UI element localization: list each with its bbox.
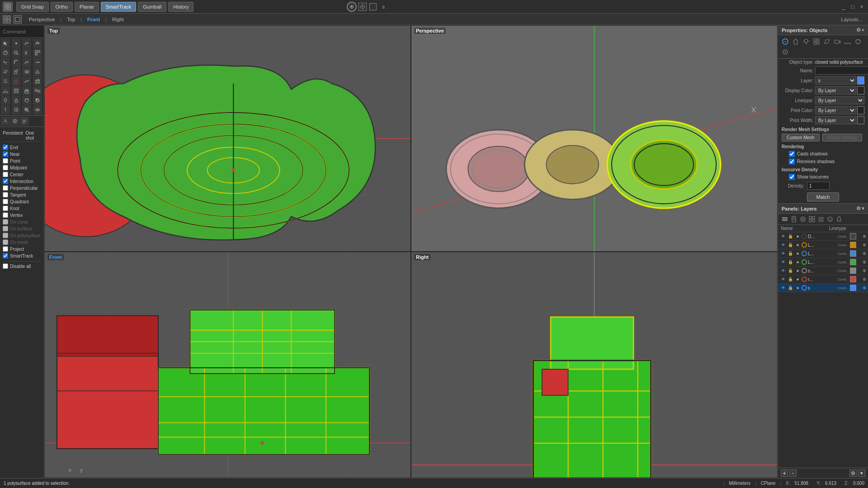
tab-perspective[interactable]: Perspective [24,16,59,23]
layers-doc-icon[interactable] [790,215,798,223]
props-name-input[interactable] [815,66,868,75]
viewport-perspective[interactable]: Perspective X Y o x [411,25,778,252]
extrude-tool[interactable] [12,67,21,76]
custom-mesh-button[interactable]: Custom Mesh [782,134,820,141]
props-center-icon[interactable] [781,47,790,56]
layers-remove-button[interactable]: - [789,469,797,477]
layer-visibility-icon[interactable]: 👁 [780,233,786,239]
lock-tool[interactable] [12,96,21,105]
layer-row[interactable]: 👁 🔓 ★ L... Conti... ⦿ [778,258,868,267]
props-layer-select[interactable]: s [815,76,856,84]
layer-visibility-icon[interactable]: 👁 [780,276,786,282]
light-tool[interactable] [1,96,10,105]
smarttrack-button[interactable]: SmartTrack [101,2,136,12]
layers-list-icon[interactable] [781,215,789,223]
rotate-tool[interactable] [1,48,10,57]
surface-tool[interactable] [1,67,10,76]
array-tool[interactable] [33,48,42,57]
layer-visibility-icon[interactable]: 👁 [780,267,786,274]
viewport-right[interactable]: Right x y [411,252,778,478]
layer-row[interactable]: 👁 🔓 ★ r... Conti... ⦿ [778,275,868,284]
layers-help-icon[interactable]: ? [826,215,834,223]
props-castsshadows-checkbox[interactable] [789,151,795,157]
ortho-button[interactable]: Ortho [51,2,73,12]
layers-add-button[interactable]: + [781,469,788,477]
layer-lock-icon[interactable]: 🔓 [787,267,793,274]
select-tool[interactable] [1,39,10,48]
snap-end-checkbox[interactable] [3,145,8,150]
snap-point-checkbox[interactable] [3,158,8,164]
props-close-icon[interactable]: × [862,27,864,33]
layer-row[interactable]: 👁 🔓 ★ L... Conti... ⦿ [778,249,868,258]
snap-vertex-checkbox[interactable] [3,212,8,218]
tab-top[interactable]: Top [62,16,80,23]
layers-detail-icon[interactable] [817,215,825,223]
tab-right[interactable]: Right [108,16,128,23]
layers-grid-icon[interactable] [808,215,816,223]
fillet-tool[interactable] [12,58,21,67]
grid-snap-button[interactable]: Grid Snap [16,2,49,12]
props-object-icon[interactable] [781,37,790,46]
props-surface-icon[interactable] [822,37,831,46]
layer-row[interactable]: 👁 🔓 ★ D... Conti... ⦿ [778,232,868,241]
extend-tool[interactable] [33,58,42,67]
layers-bell-icon[interactable] [835,215,843,223]
window-minimize-button[interactable]: _ [840,3,847,10]
sweep-tool[interactable]: ⚠ [12,77,21,86]
solid-tool[interactable] [33,77,42,86]
layers-chevron-footer-icon[interactable]: ▾ [858,469,865,477]
point-tool[interactable] [12,39,21,48]
block-tool[interactable] [22,86,31,95]
planar-button[interactable]: Planar [75,2,99,12]
layers-settings-footer-icon[interactable]: ⚙ [849,469,857,477]
layer-star-icon[interactable]: ★ [794,259,801,265]
boolean-tool[interactable] [22,67,31,76]
props-printwidth-select[interactable]: By Layer [815,116,856,124]
command-input[interactable] [0,25,44,38]
snap-smarttrack-checkbox[interactable] [3,253,8,258]
render-tool[interactable] [33,96,42,105]
group-tool[interactable] [33,86,42,95]
layer-star-icon[interactable]: ★ [794,267,801,274]
layer-row[interactable]: 👁 🔓 ★ s Conti... ⦿ [778,284,868,292]
layer-lock-icon[interactable]: 🔓 [787,242,793,248]
layer-row[interactable]: 👁 🔓 ★ s... Conti... ⦿ [778,267,868,275]
cplane-tool[interactable] [1,117,10,126]
history-button[interactable]: History [168,2,193,12]
layer-lock-icon[interactable]: 🔓 [787,259,793,265]
props-camera-icon[interactable] [833,37,842,46]
layers-settings-icon[interactable]: ⚙ [856,206,861,211]
layer-lock-icon[interactable]: 🔓 [787,250,793,257]
layer-row[interactable]: 👁 🔓 ★ L... Conti... ⦿ [778,241,868,249]
props-showisocurves-checkbox[interactable] [789,174,795,180]
snap-near-checkbox[interactable] [3,151,8,157]
snap-disableall-checkbox[interactable] [3,263,8,269]
zoom-tool[interactable] [12,48,21,57]
layer-visibility-icon[interactable]: 👁 [780,259,786,265]
props-printcolor-select[interactable]: By Layer [815,106,856,114]
window-maximize-button[interactable]: □ [849,3,856,10]
snap-knot-checkbox[interactable] [3,206,8,211]
blend-tool[interactable] [22,77,31,86]
layouts-button[interactable]: Layouts... [838,16,865,23]
viewport-front[interactable]: Front x y [44,252,411,478]
gumball-button[interactable]: Gumball [138,2,166,12]
props-material-icon[interactable] [791,37,800,46]
snap-center-checkbox[interactable] [3,172,8,177]
dim-tool[interactable]: 5 [1,86,10,95]
loft-tool[interactable] [1,77,10,86]
mirror-tool[interactable] [22,48,31,57]
layer-lock-icon[interactable]: 🔓 [787,276,793,282]
snap-midpoint-checkbox[interactable] [3,165,8,170]
snap-project-checkbox[interactable] [3,246,8,252]
material-tool[interactable] [22,96,31,105]
zoom-extent-tool[interactable] [22,105,31,114]
props-displaycolor-select[interactable]: By Layer [815,86,856,94]
layer-lock-icon[interactable]: 🔓 [787,285,793,291]
curve-tool[interactable] [22,39,31,48]
layers-chevron-icon[interactable]: ▾ [862,206,864,211]
props-grid-icon[interactable] [812,37,821,46]
viewport-top[interactable]: Top [44,25,411,252]
props-dim-icon[interactable] [843,37,852,46]
layer-visibility-icon[interactable]: 👁 [780,242,786,248]
